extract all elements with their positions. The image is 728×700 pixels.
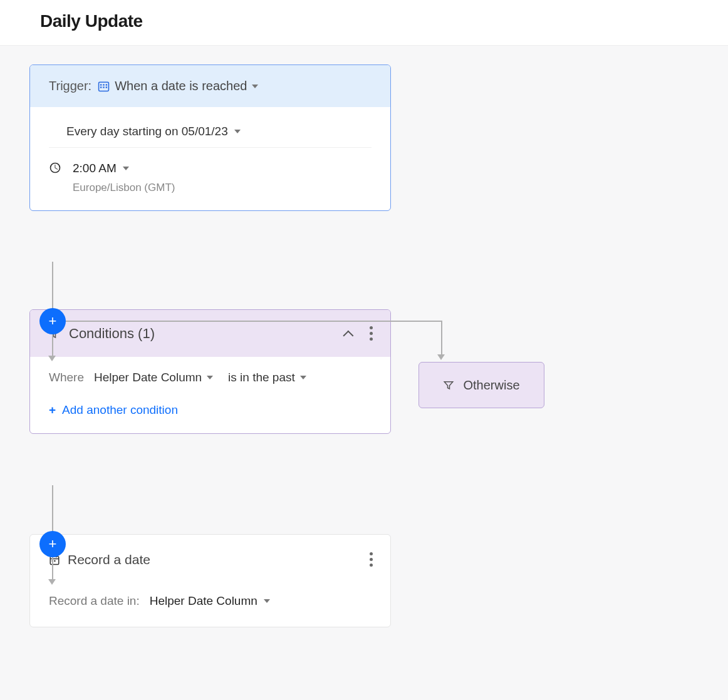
conditions-header: Conditions (1) — [30, 310, 390, 357]
svg-rect-3 — [106, 84, 107, 85]
action-field-select[interactable]: Helper Date Column — [150, 594, 270, 608]
add-condition-label: Add another condition — [62, 403, 178, 417]
action-title: Record a date — [68, 552, 150, 567]
action-card: Record a date Record a date in: Helper D… — [29, 534, 391, 627]
action-field-value: Helper Date Column — [150, 594, 257, 608]
trigger-header: Trigger: When a date is reached — [30, 65, 390, 107]
trigger-label: Trigger: — [49, 79, 91, 93]
clock-icon — [49, 162, 61, 174]
page-title: Daily Update — [40, 11, 688, 31]
svg-rect-6 — [106, 86, 107, 88]
trigger-timezone: Europe/Lisbon (GMT) — [73, 182, 175, 194]
workflow-canvas: + + Trigger: When a date is reached Ever… — [0, 45, 728, 700]
svg-rect-5 — [103, 86, 104, 88]
condition-field-select[interactable]: Helper Date Column — [94, 371, 213, 384]
connector-arrow — [48, 579, 56, 585]
condition-row: Where Helper Date Column is in the past — [49, 371, 372, 384]
action-field-label: Record a date in: — [49, 594, 140, 608]
chevron-down-icon — [300, 376, 306, 379]
add-condition-button[interactable]: + Add another condition — [49, 403, 372, 417]
plus-icon: + — [49, 403, 56, 417]
connector-arrow — [437, 354, 445, 360]
action-header: Record a date — [30, 535, 390, 575]
add-step-button[interactable]: + — [39, 531, 66, 557]
trigger-time-value: 2:00 AM — [73, 162, 117, 175]
conditions-card: Conditions (1) Where Helper Date Column … — [29, 309, 391, 434]
chevron-down-icon — [123, 167, 129, 170]
condition-operator-select[interactable]: is in the past — [228, 371, 306, 384]
trigger-schedule-select[interactable]: Every day starting on 05/01/23 — [49, 116, 372, 148]
trigger-type-label: When a date is reached — [115, 79, 247, 93]
page-header: Daily Update — [0, 0, 728, 45]
conditions-menu-button[interactable] — [367, 324, 375, 343]
add-step-button[interactable]: + — [39, 308, 66, 334]
svg-rect-4 — [100, 86, 101, 88]
condition-field-value: Helper Date Column — [94, 371, 202, 384]
condition-operator-value: is in the past — [228, 371, 295, 384]
trigger-time-select[interactable]: 2:00 AM — [73, 162, 175, 175]
chevron-down-icon — [264, 599, 270, 603]
conditions-body: Where Helper Date Column is in the past … — [30, 357, 390, 433]
trigger-type-select[interactable]: When a date is reached — [98, 79, 258, 93]
svg-rect-9 — [54, 560, 55, 561]
otherwise-label: Otherwise — [463, 378, 519, 393]
trigger-schedule-text: Every day starting on 05/01/23 — [66, 125, 228, 138]
action-menu-button[interactable] — [367, 550, 375, 569]
otherwise-card[interactable]: Otherwise — [419, 362, 544, 408]
action-body: Record a date in: Helper Date Column — [30, 575, 390, 627]
connector-arrow — [48, 356, 56, 361]
calendar-grid-icon — [98, 80, 110, 92]
trigger-card: Trigger: When a date is reached Every da… — [29, 64, 391, 211]
collapse-toggle[interactable] — [346, 326, 353, 342]
connector-line — [441, 321, 442, 357]
chevron-down-icon — [252, 85, 258, 88]
connector-line — [65, 321, 442, 322]
chevron-down-icon — [234, 130, 241, 133]
conditions-title: Conditions (1) — [69, 326, 155, 342]
svg-rect-2 — [103, 84, 104, 85]
chevron-down-icon — [207, 376, 213, 379]
filter-icon — [443, 379, 454, 391]
where-label: Where — [49, 371, 84, 384]
svg-rect-1 — [100, 84, 101, 85]
trigger-body: Every day starting on 05/01/23 2:00 AM E… — [30, 107, 390, 210]
